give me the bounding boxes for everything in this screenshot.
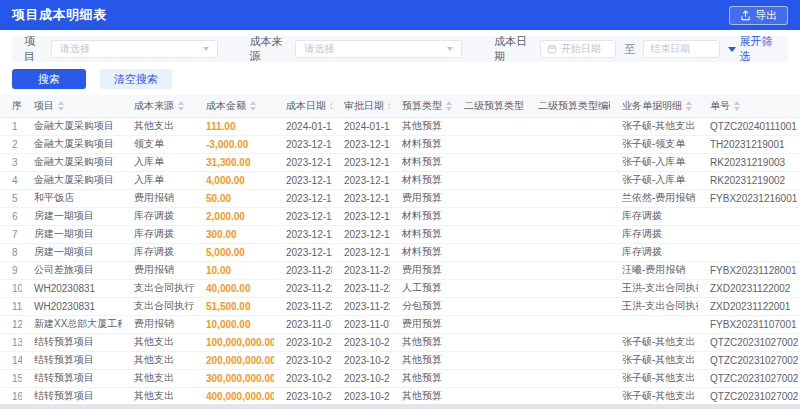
cell-cost_date: 2023-12-11	[274, 207, 332, 225]
cell-project: 房建一期项目	[22, 207, 122, 225]
project-select[interactable]: 请选择	[51, 40, 218, 58]
calendar-icon	[547, 44, 557, 54]
cell-cost_source: 入库单	[122, 171, 194, 189]
cell-secondary_budget_type	[452, 279, 526, 297]
col-header-business_document_detail[interactable]: 业务单据明细	[610, 95, 698, 117]
sort-icon[interactable]	[250, 101, 256, 111]
cell-doc_number: FYBX20231216001	[698, 189, 800, 207]
cell-secondary_budget_type	[452, 297, 526, 315]
cell-project: 结转预算项目	[22, 333, 122, 351]
sort-icon[interactable]	[446, 101, 452, 111]
cell-project: 金融大厦采购项目	[22, 117, 122, 135]
filter-bar: 项目 请选择 成本来源 请选择 成本日期 开始日期 至 结束日期 展开筛选	[12, 36, 788, 62]
cell-doc_number: FYBX20231128001	[698, 261, 800, 279]
cell-cost_amount: 4,000.00	[194, 171, 274, 189]
sort-icon[interactable]	[734, 101, 740, 111]
cell-project: 结转预算项目	[22, 351, 122, 369]
cell-cost_date: 2024-01-11	[274, 117, 332, 135]
table-row: 12新建XX总部大厦工程二期费用报销10,000.002023-11-07202…	[0, 315, 800, 333]
project-select-placeholder: 请选择	[60, 42, 90, 56]
col-header-doc_number[interactable]: 单号	[698, 95, 800, 117]
date-end-input[interactable]: 结束日期	[643, 40, 719, 58]
cell-project: 房建一期项目	[22, 243, 122, 261]
cell-business_document_detail: 库存调拨	[610, 243, 698, 261]
cell-secondary_budget_type	[452, 225, 526, 243]
cell-business_document_detail: 汪曦-费用报销	[610, 261, 698, 279]
expand-filter-label: 展开筛选	[740, 34, 776, 64]
chevron-down-icon	[203, 47, 209, 51]
cell-budget_type: 材料预算	[390, 207, 452, 225]
cell-serial: 13	[0, 333, 22, 351]
cell-doc_number	[698, 243, 800, 261]
export-button[interactable]: 导出	[729, 6, 788, 25]
cell-secondary_budget_type	[452, 387, 526, 405]
sort-icon[interactable]	[178, 101, 184, 111]
cell-budget_type: 材料预算	[390, 153, 452, 171]
col-header-label: 二级预算类型	[464, 100, 524, 111]
cell-cost_amount: 111.00	[194, 117, 274, 135]
cell-budget_type: 材料预算	[390, 171, 452, 189]
cell-business_document_detail	[610, 315, 698, 333]
sort-icon[interactable]	[58, 101, 64, 111]
expand-filter-link[interactable]: 展开筛选	[728, 34, 776, 64]
cell-secondary_budget_type_code	[526, 351, 610, 369]
cell-project: 金融大厦采购项目	[22, 135, 122, 153]
cell-secondary_budget_type_code	[526, 153, 610, 171]
cell-project: 房建一期项目	[22, 225, 122, 243]
cell-secondary_budget_type_code	[526, 261, 610, 279]
cell-cost_amount: 5,000.00	[194, 243, 274, 261]
cell-cost_source: 入库单	[122, 153, 194, 171]
date-start-input[interactable]: 开始日期	[540, 40, 616, 58]
cell-cost_source: 支出合同执行	[122, 279, 194, 297]
col-header-label: 成本日期	[286, 100, 326, 111]
cell-doc_number: QTZC20231027002	[698, 333, 800, 351]
cell-cost_date: 2023-11-07	[274, 315, 332, 333]
cell-doc_number: RK20231219002	[698, 171, 800, 189]
col-header-budget_type[interactable]: 预算类型	[390, 95, 452, 117]
cell-cost_amount: -3,000.00	[194, 135, 274, 153]
cost-date-filter-label: 成本日期	[494, 34, 532, 64]
sort-icon[interactable]	[686, 101, 692, 111]
cell-secondary_budget_type_code	[526, 117, 610, 135]
col-header-approval_date[interactable]: 审批日期	[332, 95, 390, 117]
cell-serial: 11	[0, 297, 22, 315]
cell-cost_source: 费用报销	[122, 315, 194, 333]
table-row: 13结转预算项目其他支出100,000,000.002023-10-272023…	[0, 333, 800, 351]
cell-approval_date: 2024-01-11	[332, 117, 390, 135]
table-row: 15结转预算项目其他支出300,000,000.002023-10-272023…	[0, 369, 800, 387]
cost-source-select[interactable]: 请选择	[295, 40, 462, 58]
cell-secondary_budget_type_code	[526, 369, 610, 387]
col-header-label: 成本金额	[206, 100, 246, 111]
cell-budget_type: 材料预算	[390, 135, 452, 153]
cell-cost_date: 2023-12-19	[274, 135, 332, 153]
table-header-row: 序号项目成本来源成本金额成本日期审批日期预算类型二级预算类型二级预算类型编码业务…	[0, 95, 800, 117]
col-header-project[interactable]: 项目	[22, 95, 122, 117]
col-header-label: 二级预算类型编码	[538, 100, 610, 111]
cost-source-select-placeholder: 请选择	[304, 42, 334, 56]
sort-icon[interactable]	[388, 101, 390, 111]
cell-approval_date: 2023-11-28	[332, 261, 390, 279]
col-header-secondary_budget_type_code[interactable]: 二级预算类型编码	[526, 95, 610, 117]
cell-serial: 12	[0, 315, 22, 333]
cell-serial: 3	[0, 153, 22, 171]
sort-icon[interactable]	[330, 101, 332, 111]
cell-cost_amount: 100,000,000.00	[194, 333, 274, 351]
cell-business_document_detail: 张子硕-入库单	[610, 171, 698, 189]
col-header-cost_amount[interactable]: 成本金额	[194, 95, 274, 117]
search-button[interactable]: 搜索	[12, 69, 86, 89]
col-header-cost_source[interactable]: 成本来源	[122, 95, 194, 117]
cell-serial: 14	[0, 351, 22, 369]
col-header-cost_date[interactable]: 成本日期	[274, 95, 332, 117]
cell-approval_date: 2023-10-27	[332, 351, 390, 369]
cell-cost_amount: 10,000.00	[194, 315, 274, 333]
cell-cost_date: 2023-11-22	[274, 297, 332, 315]
table-row: 2金融大厦采购项目领支单-3,000.002023-12-192023-12-1…	[0, 135, 800, 153]
cell-business_document_detail: 张子硕-领支单	[610, 135, 698, 153]
cell-secondary_budget_type_code	[526, 279, 610, 297]
col-header-secondary_budget_type[interactable]: 二级预算类型	[452, 95, 526, 117]
cell-serial: 15	[0, 369, 22, 387]
cell-approval_date: 2023-12-19	[332, 153, 390, 171]
cell-doc_number	[698, 207, 800, 225]
cell-approval_date: 2023-10-27	[332, 369, 390, 387]
clear-search-button[interactable]: 清空搜索	[100, 69, 172, 89]
